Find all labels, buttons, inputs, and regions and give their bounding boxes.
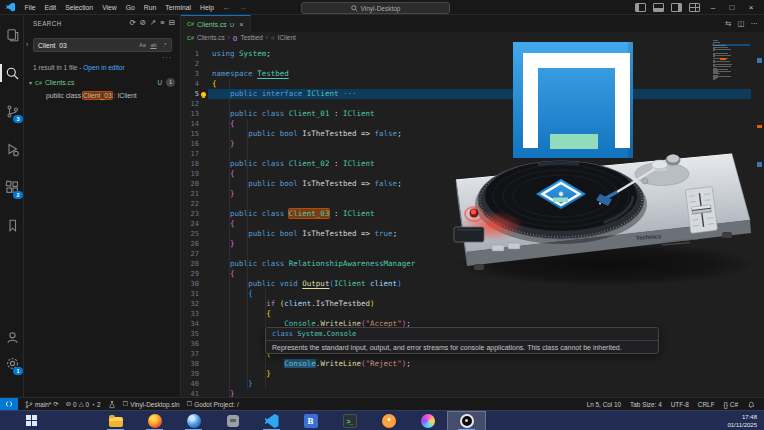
line-number[interactable]: 23 xyxy=(181,209,200,219)
line-number[interactable]: 29 xyxy=(181,269,200,279)
menu-terminal[interactable]: Terminal xyxy=(161,4,196,11)
taskbar-vscode[interactable] xyxy=(252,411,291,430)
menu-go[interactable]: Go xyxy=(121,4,139,11)
menu-run[interactable]: Run xyxy=(139,4,160,11)
line-number[interactable]: 20 xyxy=(181,179,200,189)
menu-view[interactable]: View xyxy=(98,4,122,11)
refresh-button[interactable]: ⟳ xyxy=(129,18,135,27)
clear-results-button[interactable]: ⊘ xyxy=(140,18,146,27)
line-number[interactable]: 30 xyxy=(181,279,200,289)
taskbar-file-explorer[interactable] xyxy=(96,411,135,430)
taskbar-terminal[interactable]: >_ xyxy=(330,411,369,430)
minimize-button[interactable]: – xyxy=(707,3,719,12)
open-new-search-editor-button[interactable]: ↗ xyxy=(150,18,156,27)
view-as-list-button[interactable]: ≡ xyxy=(160,18,164,27)
account-button[interactable] xyxy=(2,327,22,347)
line-number[interactable]: 38 xyxy=(181,359,200,369)
language-indicator[interactable]: {}C# xyxy=(724,401,738,408)
line-number[interactable]: 18 xyxy=(181,159,200,169)
code-text[interactable]: { xyxy=(208,289,751,299)
line-number[interactable]: 22 xyxy=(181,199,200,209)
more-actions-icon[interactable]: ⋯ xyxy=(751,19,759,28)
sidebar-item-search[interactable] xyxy=(2,63,22,83)
line-number[interactable]: 14 xyxy=(181,119,200,129)
menu-file[interactable]: File xyxy=(20,4,40,11)
toggle-replace-chevron[interactable]: › xyxy=(26,41,28,48)
line-number[interactable]: 13 xyxy=(181,109,200,119)
line-number[interactable]: 31 xyxy=(181,289,200,299)
breadcrumb-namespace[interactable]: Testbed xyxy=(240,34,262,41)
line-number[interactable]: 25 xyxy=(181,229,200,239)
tab-clients-cs[interactable]: C# Clients.cs U × xyxy=(181,15,251,32)
close-button[interactable]: × xyxy=(745,3,757,12)
toggle-primary-sidebar-icon[interactable] xyxy=(635,3,646,12)
line-number[interactable]: 17 xyxy=(181,149,200,159)
settings-button[interactable]: 1 xyxy=(2,353,22,373)
nav-back-button[interactable]: ← xyxy=(218,3,234,12)
cursor-position[interactable]: Ln 5, Col 10 xyxy=(587,401,621,408)
open-changes-icon[interactable]: ⇆ xyxy=(725,19,731,28)
line-number[interactable]: 3 xyxy=(181,69,200,79)
match-case-toggle[interactable]: Aa xyxy=(138,41,147,50)
line-number[interactable]: 28 xyxy=(181,259,200,269)
line-number[interactable]: 33 xyxy=(181,309,200,319)
line-number[interactable]: 32 xyxy=(181,299,200,309)
start-button[interactable] xyxy=(26,415,38,427)
sidebar-item-run-debug[interactable] xyxy=(2,139,22,159)
code-text[interactable]: } xyxy=(208,369,751,379)
line-number[interactable]: 2 xyxy=(181,59,200,69)
notifications-button[interactable] xyxy=(747,400,755,409)
code-text[interactable]: } xyxy=(208,379,751,389)
line-number[interactable]: 41 xyxy=(181,389,200,397)
branch-indicator[interactable]: main* ⟳ xyxy=(25,400,59,409)
godot-project-indicator[interactable]: ☐ Godot Project: / xyxy=(187,400,239,408)
taskbar-blue-globe-app[interactable] xyxy=(174,411,213,430)
line-number[interactable]: 4 xyxy=(181,79,200,89)
customize-layout-icon[interactable] xyxy=(689,3,700,12)
line-number[interactable]: 21 xyxy=(181,189,200,199)
code-text[interactable]: if (client.IsTheTestbed) xyxy=(208,299,751,309)
menu-selection[interactable]: Selection xyxy=(61,4,98,11)
test-beaker-indicator[interactable] xyxy=(108,400,116,409)
taskbar-vinyl-desktop-app[interactable] xyxy=(447,411,486,430)
solution-indicator[interactable]: ☐ Vinyl-Desktop.sln xyxy=(123,400,180,408)
line-number[interactable]: 34 xyxy=(181,319,200,329)
line-number[interactable]: 12 xyxy=(181,99,200,109)
taskbar-gray-utility-app[interactable] xyxy=(213,411,252,430)
sidebar-item-source-control[interactable]: 3 xyxy=(2,101,22,121)
menu-help[interactable]: Help xyxy=(195,4,218,11)
nav-forward-button[interactable]: → xyxy=(234,3,250,12)
remote-indicator[interactable] xyxy=(0,398,18,410)
tab-size-indicator[interactable]: Tab Size: 4 xyxy=(630,401,662,408)
maximize-button[interactable]: □ xyxy=(726,3,738,12)
encoding-indicator[interactable]: UTF-8 xyxy=(671,401,689,408)
line-number[interactable]: 15 xyxy=(181,129,200,139)
vinyl-desktop-app-window[interactable]: Technics xyxy=(440,28,764,290)
code-text[interactable]: { xyxy=(208,309,751,319)
search-result-file[interactable]: ▾ C# Clients.cs U 1 xyxy=(24,76,181,89)
line-number[interactable]: 40 xyxy=(181,379,200,389)
split-editor-icon[interactable]: ◫ xyxy=(737,19,744,28)
sidebar-item-explorer[interactable] xyxy=(2,25,22,45)
line-number[interactable]: 39 xyxy=(181,369,200,379)
lightbulb-icon[interactable] xyxy=(201,92,206,97)
regex-toggle[interactable]: .* xyxy=(160,41,169,50)
line-number[interactable]: 27 xyxy=(181,249,200,259)
toggle-search-details[interactable]: ··· xyxy=(162,54,172,61)
sidebar-item-bookmarks[interactable] xyxy=(2,215,22,235)
search-result-line[interactable]: public class Client_03 : IClient xyxy=(24,89,181,101)
code-text[interactable]: Console.WriteLine("Reject"); xyxy=(208,359,751,369)
open-in-editor-link[interactable]: Open in editor xyxy=(83,64,124,71)
command-center-search[interactable]: Vinyl-Desktop xyxy=(301,2,450,14)
sidebar-item-extensions[interactable]: 2 xyxy=(2,177,22,197)
taskbar-blender[interactable] xyxy=(369,411,408,430)
line-number[interactable]: 1 xyxy=(181,49,200,59)
line-number[interactable]: 19 xyxy=(181,169,200,179)
line-number[interactable]: 37 xyxy=(181,349,200,359)
toggle-panel-icon[interactable] xyxy=(653,3,664,12)
line-number[interactable]: 5 xyxy=(181,89,200,99)
whole-word-toggle[interactable]: ab xyxy=(149,41,158,50)
taskbar-firefox[interactable] xyxy=(135,411,174,430)
taskbar-letter-b-app[interactable]: B xyxy=(291,411,330,430)
breadcrumb-symbol[interactable]: IClient xyxy=(278,34,296,41)
